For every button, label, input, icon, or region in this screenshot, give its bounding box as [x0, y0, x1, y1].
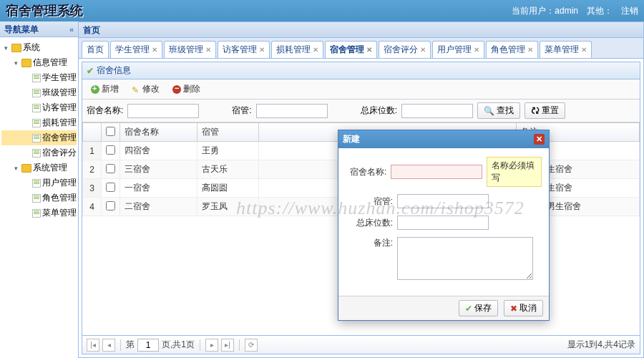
logout-link[interactable]: 注销: [621, 5, 638, 17]
tree-node-访客管理[interactable]: 访客管理: [1, 100, 77, 115]
pager-info: 显示1到4,共4记录: [567, 339, 635, 351]
col-manager[interactable]: 宿管: [197, 123, 259, 142]
tab-宿舍评分[interactable]: 宿舍评分✕: [379, 41, 431, 58]
next-page-button[interactable]: ▸: [205, 339, 218, 352]
first-page-button[interactable]: |◂: [87, 339, 99, 352]
nav-tree: ▾系统▾信息管理学生管理班级管理访客管理损耗管理宿舍管理宿舍评分▾系统管理用户管…: [0, 37, 78, 358]
file-icon: [32, 134, 41, 142]
tree-node-宿舍管理[interactable]: 宿舍管理: [1, 130, 77, 145]
field-remark-label: 备注:: [346, 237, 393, 249]
tree-node-信息管理[interactable]: ▾信息管理: [1, 55, 77, 70]
row-checkbox[interactable]: [106, 201, 115, 211]
delete-button[interactable]: 删除: [168, 82, 205, 97]
toolbar: 新增 修改 删除: [82, 79, 640, 100]
add-button[interactable]: 新增: [87, 82, 123, 97]
search-button[interactable]: 🔍查找: [477, 102, 520, 119]
tree-node-损耗管理[interactable]: 损耗管理: [1, 115, 77, 130]
folder-icon: [21, 59, 31, 67]
file-icon: [32, 104, 41, 112]
check-icon: ✔: [465, 304, 472, 314]
row-checkbox[interactable]: [106, 183, 115, 192]
other-label: 其他：: [587, 5, 613, 17]
file-icon: [32, 194, 41, 203]
col-rownum: [83, 123, 102, 142]
close-icon[interactable]: ✕: [420, 46, 426, 54]
tree-node-用户管理[interactable]: 用户管理: [1, 175, 77, 190]
edit-button[interactable]: 修改: [127, 82, 164, 97]
field-beds-input[interactable]: [397, 216, 489, 230]
search-manager-label: 宿管:: [232, 105, 251, 117]
dialog-header[interactable]: 新建 ✕: [338, 130, 549, 148]
field-manager-input[interactable]: [397, 194, 489, 208]
current-user-label: 当前用户：admin: [512, 5, 578, 17]
tree-node-角色管理[interactable]: 角色管理: [1, 190, 77, 205]
field-name-input[interactable]: [391, 165, 482, 179]
tree-node-菜单管理[interactable]: 菜单管理: [1, 205, 77, 221]
close-icon[interactable]: ✕: [259, 46, 265, 54]
tab-宿舍管理[interactable]: 宿舍管理✕: [325, 41, 377, 58]
prev-page-button[interactable]: ◂: [102, 339, 115, 352]
validation-hint: 名称必须填写: [487, 157, 542, 187]
last-page-button[interactable]: ▸|: [221, 339, 234, 352]
col-checkbox: [102, 123, 120, 142]
tab-首页[interactable]: 首页: [82, 41, 109, 58]
close-icon[interactable]: ✕: [152, 46, 157, 54]
page-input[interactable]: [137, 339, 159, 352]
search-beds-label: 总床位数:: [361, 105, 397, 117]
tab-班级管理[interactable]: 班级管理✕: [164, 41, 216, 58]
delete-icon: [172, 85, 181, 94]
sidebar: 导航菜单 « ▾系统▾信息管理学生管理班级管理访客管理损耗管理宿舍管理宿舍评分▾…: [0, 21, 79, 358]
field-beds-label: 总床位数:: [346, 217, 393, 229]
close-icon[interactable]: ✕: [205, 46, 211, 54]
search-beds-input[interactable]: [401, 104, 473, 118]
close-icon[interactable]: ✕: [527, 46, 533, 54]
row-checkbox[interactable]: [106, 145, 115, 155]
reset-button[interactable]: 🗘重置: [525, 102, 565, 119]
file-icon: [32, 74, 41, 82]
file-icon: [32, 149, 41, 158]
check-icon: ✔: [87, 66, 94, 76]
tab-损耗管理[interactable]: 损耗管理✕: [271, 41, 323, 58]
tabs-bar: 首页学生管理✕班级管理✕访客管理✕损耗管理✕宿舍管理✕宿舍评分✕用户管理✕角色管…: [79, 38, 643, 59]
search-name-input[interactable]: [127, 104, 199, 118]
tab-菜单管理[interactable]: 菜单管理✕: [540, 41, 592, 58]
close-icon[interactable]: ✕: [313, 46, 318, 54]
app-logo: 宿舍管理系统: [6, 2, 83, 19]
select-all-checkbox[interactable]: [106, 127, 115, 136]
tab-用户管理[interactable]: 用户管理✕: [432, 41, 484, 58]
content-panel-header: ✔ 宿舍信息: [82, 62, 640, 79]
close-icon[interactable]: ✕: [474, 46, 479, 54]
cancel-button[interactable]: ✖取消: [504, 300, 543, 316]
breadcrumb: 首页: [79, 22, 643, 38]
file-icon: [32, 89, 41, 97]
cancel-icon: ✖: [510, 304, 517, 314]
search-manager-input[interactable]: [256, 104, 328, 118]
create-dialog: 新建 ✕ 宿舍名称: 名称必须填写 宿管: 总床位数: 备注:: [338, 130, 550, 321]
tree-node-系统[interactable]: ▾系统: [1, 40, 77, 55]
file-icon: [32, 209, 41, 218]
search-bar: 宿舍名称: 宿管: 总床位数: 🔍查找 🗘重置: [82, 100, 640, 122]
close-icon[interactable]: ✕: [366, 46, 372, 54]
close-icon[interactable]: ✕: [581, 46, 587, 54]
refresh-button[interactable]: ⟳: [245, 339, 258, 352]
search-icon: 🔍: [484, 106, 494, 116]
file-icon: [32, 119, 41, 127]
sidebar-header: 导航菜单 «: [0, 21, 78, 37]
tab-学生管理[interactable]: 学生管理✕: [110, 41, 162, 58]
tree-node-系统管理[interactable]: ▾系统管理: [1, 160, 77, 175]
file-icon: [32, 179, 41, 188]
tab-角色管理[interactable]: 角色管理✕: [486, 41, 538, 58]
tree-node-学生管理[interactable]: 学生管理: [1, 70, 77, 85]
collapse-icon[interactable]: «: [69, 21, 74, 37]
field-remark-input[interactable]: [397, 237, 533, 280]
tree-node-宿舍评分[interactable]: 宿舍评分: [1, 145, 77, 160]
col-name[interactable]: 宿舍名称: [120, 123, 197, 142]
save-button[interactable]: ✔保存: [459, 300, 498, 316]
tree-node-班级管理[interactable]: 班级管理: [1, 85, 77, 100]
tab-访客管理[interactable]: 访客管理✕: [218, 41, 270, 58]
folder-icon: [11, 44, 21, 52]
close-icon[interactable]: ✕: [534, 134, 545, 145]
row-checkbox[interactable]: [106, 164, 115, 173]
main-area: 首页 首页学生管理✕班级管理✕访客管理✕损耗管理✕宿舍管理✕宿舍评分✕用户管理✕…: [79, 21, 644, 358]
field-name-label: 宿舍名称:: [346, 166, 386, 178]
